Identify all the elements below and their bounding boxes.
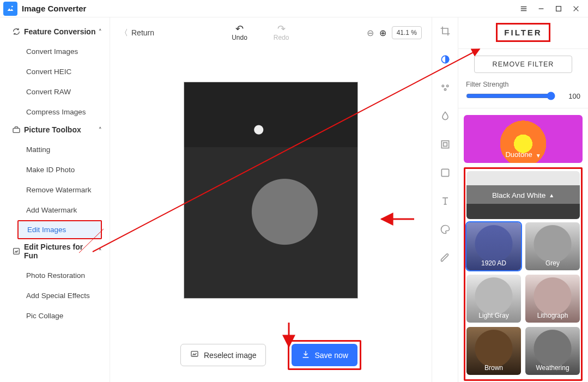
- zoom-in-button[interactable]: ⊕: [379, 28, 386, 38]
- sync-icon: [12, 27, 21, 36]
- filter-strength-slider[interactable]: [466, 92, 555, 100]
- save-now-button[interactable]: Save now: [292, 344, 357, 366]
- return-label: Return: [131, 28, 154, 37]
- sidebar-item-pic-collage[interactable]: Pic Collage: [0, 306, 110, 326]
- chevron-up-icon: ˄: [99, 248, 102, 255]
- sidebar: Feature Conversion ˄ Convert Images Conv…: [0, 17, 110, 382]
- canvas-image[interactable]: [184, 82, 358, 299]
- chevron-up-icon: ▲: [549, 192, 554, 198]
- sidebar-item-make-id-photo[interactable]: Make ID Photo: [0, 160, 110, 180]
- return-button[interactable]: 〈 Return: [120, 28, 154, 38]
- category-label: Duotone: [505, 150, 532, 159]
- titlebar: Image Converter: [0, 0, 588, 17]
- sidebar-item-photo-restoration[interactable]: Photo Restoration: [0, 265, 110, 286]
- app-logo: [3, 2, 17, 16]
- text-tool[interactable]: [439, 195, 451, 207]
- preset-label: Light Gray: [478, 312, 508, 319]
- frame-square-tool[interactable]: [439, 138, 451, 150]
- svg-rect-10: [443, 143, 447, 147]
- sidebar-item-remove-watermark[interactable]: Remove Watermark: [0, 180, 110, 200]
- sidebar-section-picture-toolbox[interactable]: Picture Toolbox ˄: [0, 122, 110, 140]
- sidebar-item-convert-images[interactable]: Convert Images: [0, 41, 110, 62]
- canvas-area[interactable]: [110, 48, 432, 332]
- save-label: Save now: [315, 351, 348, 360]
- filter-category-black-and-white[interactable]: Black And White ▲: [466, 171, 580, 219]
- filter-strength-label: Filter Strength: [464, 81, 583, 92]
- sidebar-item-edit-images[interactable]: Edit Images: [17, 220, 102, 239]
- preset-grid-highlight: Black And White ▲ 1920 AD Grey Light Gra…: [464, 167, 583, 381]
- download-icon: [301, 350, 311, 360]
- sparkle-icon: [12, 247, 21, 256]
- chevron-left-icon: 〈: [120, 28, 128, 38]
- svg-point-0: [11, 5, 13, 7]
- window-maximize-button[interactable]: [550, 1, 567, 16]
- svg-point-8: [444, 89, 446, 90]
- redo-button[interactable]: ↷ Redo: [274, 24, 289, 41]
- redo-icon: ↷: [277, 24, 286, 34]
- svg-rect-2: [13, 128, 20, 132]
- frame-outline-tool[interactable]: [439, 167, 451, 179]
- save-button-highlight: Save now: [288, 340, 361, 370]
- hamburger-menu-button[interactable]: [515, 1, 532, 16]
- redo-label: Redo: [274, 34, 289, 41]
- filter-panel-title: FILTER: [496, 23, 550, 42]
- toolbox-icon: [12, 125, 21, 134]
- zoom-out-button[interactable]: ⊖: [367, 28, 374, 38]
- filter-strength-value: 100: [563, 92, 580, 100]
- filter-title-highlight: FILTER: [464, 17, 583, 46]
- sidebar-section-feature-conversion[interactable]: Feature Conversion ˄: [0, 24, 110, 41]
- section-title: Edit Pictures for Fun: [24, 242, 99, 260]
- undo-label: Undo: [232, 34, 247, 41]
- reselect-image-button[interactable]: Reselect image: [180, 344, 266, 366]
- svg-point-6: [442, 85, 444, 87]
- sidebar-item-matting[interactable]: Matting: [0, 140, 110, 160]
- zoom-value[interactable]: 41.1 %: [392, 26, 422, 39]
- undo-button[interactable]: ↶ Undo: [232, 24, 247, 41]
- svg-rect-9: [441, 141, 448, 148]
- chevron-up-icon: ˄: [99, 126, 102, 134]
- window-minimize-button[interactable]: [532, 1, 550, 16]
- toolstrip: [432, 17, 458, 382]
- filter-preset-light-gray[interactable]: Light Gray: [466, 275, 521, 323]
- sidebar-item-add-watermark[interactable]: Add Watermark: [0, 200, 110, 220]
- workspace-toolbar: 〈 Return ↶ Undo ↷ Redo ⊖ ⊕ 41.1 %: [110, 17, 432, 48]
- section-title: Feature Conversion: [24, 27, 95, 36]
- preset-label: Weathering: [536, 364, 569, 372]
- window-close-button[interactable]: [567, 1, 585, 16]
- sidebar-section-edit-pictures-for-fun[interactable]: Edit Pictures for Fun ˄: [0, 239, 110, 265]
- preset-label: Grey: [545, 259, 560, 267]
- color-tool[interactable]: [439, 53, 451, 65]
- filter-panel: FILTER REMOVE FILTER Filter Strength 100…: [458, 17, 588, 382]
- sidebar-item-compress-images[interactable]: Compress Images: [0, 102, 110, 122]
- preset-label: Lithograph: [537, 312, 568, 319]
- chevron-up-icon: ˄: [99, 28, 102, 35]
- workspace: 〈 Return ↶ Undo ↷ Redo ⊖ ⊕ 41.1 %: [110, 17, 432, 382]
- preset-label: Brown: [484, 364, 503, 372]
- filter-preset-grey[interactable]: Grey: [525, 222, 580, 270]
- category-label: Black And White: [492, 191, 545, 199]
- adjust-tool[interactable]: [439, 82, 451, 94]
- undo-icon: ↶: [235, 24, 244, 34]
- filter-preset-brown[interactable]: Brown: [466, 327, 521, 375]
- sidebar-item-convert-heic[interactable]: Convert HEIC: [0, 62, 110, 82]
- crop-tool[interactable]: [439, 25, 451, 37]
- app-title: Image Converter: [22, 4, 86, 13]
- sidebar-item-convert-raw[interactable]: Convert RAW: [0, 82, 110, 102]
- remove-filter-button[interactable]: REMOVE FILTER: [474, 56, 572, 73]
- workspace-buttons: Reselect image Save now: [110, 332, 432, 382]
- svg-rect-1: [556, 6, 561, 11]
- filter-preset-weathering[interactable]: Weathering: [525, 327, 580, 375]
- reselect-label: Reselect image: [204, 351, 257, 360]
- brush-tool[interactable]: [439, 252, 451, 264]
- section-title: Picture Toolbox: [24, 125, 81, 134]
- svg-rect-4: [191, 351, 198, 356]
- blur-tool[interactable]: [439, 110, 451, 122]
- palette-tool[interactable]: [439, 223, 451, 235]
- filter-preset-1920-ad[interactable]: 1920 AD: [466, 222, 521, 270]
- svg-point-7: [446, 85, 448, 87]
- preset-label: 1920 AD: [481, 259, 506, 267]
- sidebar-item-add-special-effects[interactable]: Add Special Effects: [0, 286, 110, 306]
- chevron-down-icon: ▼: [536, 153, 541, 159]
- filter-category-duotone[interactable]: Duotone ▼: [464, 115, 583, 163]
- filter-preset-lithograph[interactable]: Lithograph: [525, 275, 580, 323]
